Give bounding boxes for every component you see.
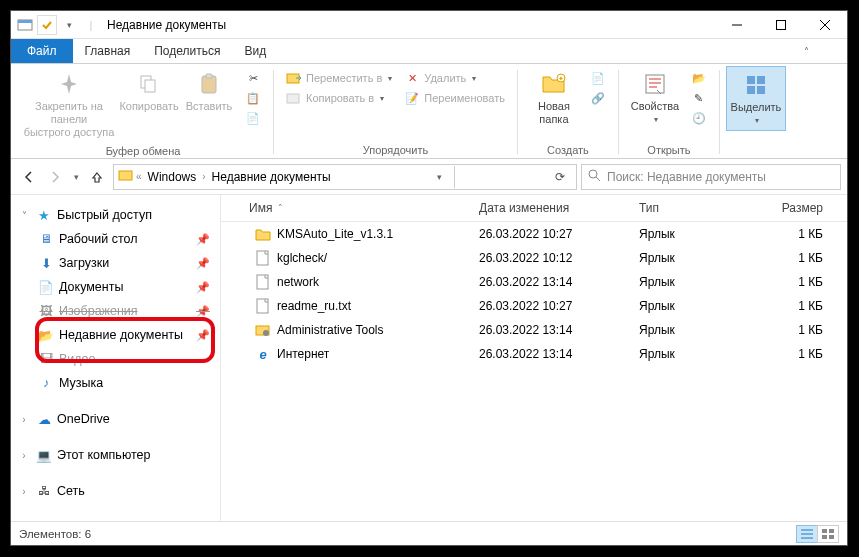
copypath-button[interactable]: 📋 <box>239 88 267 108</box>
shortcut-icon: 📄 <box>245 110 261 126</box>
file-date: 26.03.2022 13:14 <box>471 272 631 292</box>
select-button[interactable]: Выделить▾ <box>726 66 786 131</box>
sidebar-item-desktop[interactable]: 🖥Рабочий стол📌 <box>11 227 220 251</box>
col-type[interactable]: Тип <box>631 195 731 221</box>
file-icon: e <box>255 346 271 362</box>
expand-icon[interactable]: › <box>17 450 31 461</box>
file-row[interactable]: Administrative Tools26.03.2022 13:14Ярлы… <box>221 318 847 342</box>
chevron-icon[interactable]: « <box>136 171 142 182</box>
new-item-button[interactable]: 📄 <box>584 68 612 88</box>
file-type: Ярлык <box>631 320 731 340</box>
tab-file[interactable]: Файл <box>11 39 73 63</box>
moveto-button[interactable]: Переместить в▾ <box>280 68 398 88</box>
properties-button[interactable]: Свойства▾ <box>625 66 685 129</box>
icons-view-button[interactable] <box>817 525 839 543</box>
svg-rect-17 <box>747 76 755 84</box>
pin-button[interactable]: Закрепить на панели быстрого доступа <box>19 66 119 144</box>
file-row[interactable]: kglcheck/26.03.2022 10:12Ярлык1 КБ <box>221 246 847 270</box>
file-icon <box>255 274 271 290</box>
svg-rect-26 <box>257 299 268 313</box>
open-extra: 📂 ✎ 🕘 <box>685 66 713 128</box>
breadcrumb-root[interactable]: Windows <box>144 170 201 184</box>
tab-view[interactable]: Вид <box>232 39 278 63</box>
quick-access-icon[interactable] <box>37 15 57 35</box>
sidebar-item-video[interactable]: 🎞Видео <box>11 347 220 371</box>
refresh-button[interactable]: ⟳ <box>548 170 572 184</box>
tab-home[interactable]: Главная <box>73 39 143 63</box>
file-name: network <box>277 275 319 289</box>
back-button[interactable] <box>17 165 41 189</box>
cut-button[interactable]: ✂ <box>239 68 267 88</box>
svg-rect-9 <box>145 80 155 92</box>
maximize-button[interactable] <box>759 11 803 39</box>
sidebar-item-thispc[interactable]: ›💻Этот компьютер <box>11 443 220 467</box>
titlebar: ▾ | Недавние документы <box>11 11 847 39</box>
recent-dropdown[interactable]: ▾ <box>69 165 83 189</box>
sidebar-item-documents[interactable]: 📄Документы📌 <box>11 275 220 299</box>
file-type: Ярлык <box>631 272 731 292</box>
col-date[interactable]: Дата изменения <box>471 195 631 221</box>
svg-text:✦: ✦ <box>558 75 564 82</box>
downloads-icon: ⬇ <box>37 254 55 272</box>
delete-button[interactable]: ✕Удалить▾ <box>398 68 511 88</box>
ribbon-toggle[interactable]: ˄ <box>795 39 817 63</box>
copyto-icon <box>286 90 302 106</box>
new-folder-label: Новая папка <box>538 100 570 126</box>
content: ˅ ★ Быстрый доступ 🖥Рабочий стол📌 ⬇Загру… <box>11 195 847 521</box>
sidebar-item-network[interactable]: ›🖧Сеть <box>11 479 220 503</box>
new-folder-button[interactable]: ✦ Новая папка <box>524 66 584 130</box>
sidebar-item-music[interactable]: ♪Музыка <box>11 371 220 395</box>
navbar: ▾ « Windows › Недавние документы ▾ ⟳ Пои… <box>11 159 847 195</box>
sidebar-item-downloads[interactable]: ⬇Загрузки📌 <box>11 251 220 275</box>
col-size[interactable]: Размер <box>731 195 847 221</box>
help-button[interactable]: ? <box>817 39 841 63</box>
sidebar-item-images[interactable]: 🖼Изображения📌 <box>11 299 220 323</box>
star-icon: ★ <box>35 206 53 224</box>
minimize-button[interactable] <box>715 11 759 39</box>
easy-access-button[interactable]: 🔗 <box>584 88 612 108</box>
history-button[interactable]: 🕘 <box>685 108 713 128</box>
address-bar[interactable]: « Windows › Недавние документы ▾ ⟳ <box>113 164 577 190</box>
up-button[interactable] <box>85 165 109 189</box>
open-button[interactable]: 📂 <box>685 68 713 88</box>
svg-rect-32 <box>822 529 827 533</box>
window-title: Недавние документы <box>107 18 226 32</box>
edit-button[interactable]: ✎ <box>685 88 713 108</box>
app-icon <box>15 15 35 35</box>
sidebar-item-quick-access[interactable]: ˅ ★ Быстрый доступ <box>11 203 220 227</box>
file-name: readme_ru.txt <box>277 299 351 313</box>
details-view-button[interactable] <box>796 525 818 543</box>
svg-rect-10 <box>202 76 216 93</box>
addr-dropdown[interactable]: ▾ <box>428 172 452 182</box>
rename-icon: 📝 <box>404 90 420 106</box>
sidebar-item-onedrive[interactable]: ›☁OneDrive <box>11 407 220 431</box>
close-button[interactable] <box>803 11 847 39</box>
dropdown-icon[interactable]: ▾ <box>59 15 79 35</box>
sidebar-item-recent[interactable]: 📂Недавние документы📌 <box>11 323 220 347</box>
rename-button[interactable]: 📝Переименовать <box>398 88 511 108</box>
tab-share[interactable]: Поделиться <box>142 39 232 63</box>
file-row[interactable]: KMSAuto_Lite_v1.3.126.03.2022 10:27Ярлык… <box>221 222 847 246</box>
file-row[interactable]: eИнтернет26.03.2022 13:14Ярлык1 КБ <box>221 342 847 366</box>
forward-button[interactable] <box>43 165 67 189</box>
svg-rect-19 <box>747 86 755 94</box>
paste-shortcut-button[interactable]: 📄 <box>239 108 267 128</box>
pc-icon: 💻 <box>35 446 53 464</box>
svg-line-23 <box>596 177 600 181</box>
paste-button[interactable]: Вставить <box>179 66 239 117</box>
copy-icon <box>135 70 163 98</box>
breadcrumb-current[interactable]: Недавние документы <box>208 170 335 184</box>
pin-icon: 📌 <box>196 233 210 246</box>
file-size: 1 КБ <box>731 320 847 340</box>
file-size: 1 КБ <box>731 248 847 268</box>
copy-button[interactable]: Копировать <box>119 66 179 117</box>
file-row[interactable]: readme_ru.txt26.03.2022 10:27Ярлык1 КБ <box>221 294 847 318</box>
copyto-button[interactable]: Копировать в▾ <box>280 88 398 108</box>
file-size: 1 КБ <box>731 344 847 364</box>
expand-icon[interactable]: › <box>17 414 31 425</box>
expand-icon[interactable]: ˅ <box>17 210 31 221</box>
expand-icon[interactable]: › <box>17 486 31 497</box>
col-name[interactable]: Имя˄ <box>221 195 471 221</box>
search-input[interactable]: Поиск: Недавние документы <box>581 164 841 190</box>
file-row[interactable]: network26.03.2022 13:14Ярлык1 КБ <box>221 270 847 294</box>
